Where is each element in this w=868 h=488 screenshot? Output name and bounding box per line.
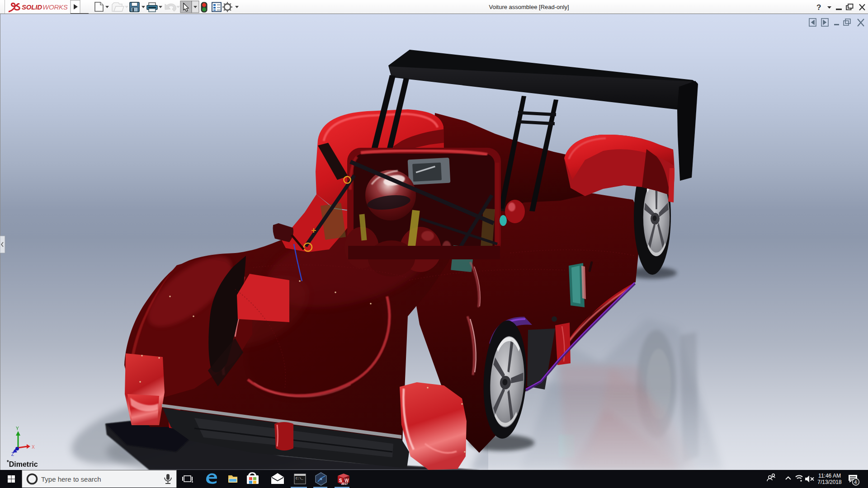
svg-text:?: ? <box>816 3 821 12</box>
svg-text:4: 4 <box>854 479 857 485</box>
svg-text:SOLID: SOLID <box>22 3 42 11</box>
svg-text:Y: Y <box>16 426 19 431</box>
svg-text:X: X <box>32 445 35 450</box>
svg-text:Z: Z <box>11 452 14 457</box>
svg-text:C:\_: C:\_ <box>296 477 304 480</box>
svg-text:WORKS: WORKS <box>42 3 68 11</box>
svg-text:2017: 2017 <box>341 482 348 485</box>
